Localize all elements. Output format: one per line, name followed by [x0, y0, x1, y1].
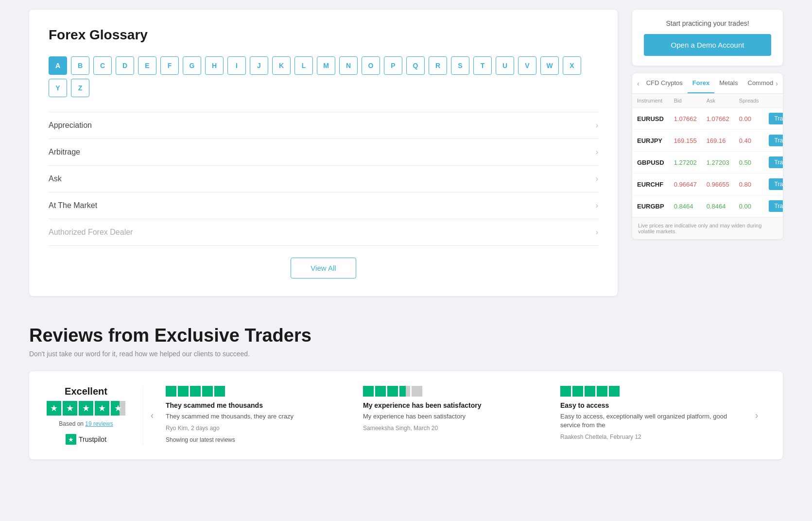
alpha-btn-r[interactable]: R: [429, 56, 447, 75]
spread-value: 0.00: [739, 203, 751, 210]
view-all-button[interactable]: View All: [291, 258, 356, 278]
reviews-container: Excellent ★★★★★ Based on 19 reviews ★ Tr…: [29, 371, 783, 459]
trading-tab-forex[interactable]: Forex: [688, 73, 714, 93]
alpha-btn-e[interactable]: E: [138, 56, 156, 75]
bid-value: 169.155: [674, 137, 697, 144]
ask-value: 1.27203: [707, 159, 729, 166]
glossary-item-text: Authorized Forex Dealer: [49, 228, 133, 237]
table-header-bid: Bid: [669, 94, 702, 108]
tabs-right-arrow[interactable]: ›: [774, 78, 780, 89]
table-row: EURJPY 169.155 169.16 0.40 Trade: [632, 130, 783, 152]
alpha-btn-x[interactable]: X: [563, 56, 581, 75]
review-star: [375, 386, 386, 397]
instrument-name: EURUSD: [637, 115, 664, 122]
trading-tabs: ‹ CFD CryptosForexMetalsCommoditiesIndic…: [632, 73, 783, 94]
alpha-btn-d[interactable]: D: [116, 56, 134, 75]
widget-footer: Live prices are indicative only and may …: [632, 217, 783, 239]
review-star-half: [399, 386, 410, 397]
table-header-: [764, 94, 783, 108]
glossary-card: Forex Glossary ABCDEFGHIJKLMNOPQRSTUVWXY…: [29, 10, 618, 296]
trade-button[interactable]: Trade: [769, 156, 783, 168]
reviews-next-arrow[interactable]: ›: [748, 386, 765, 445]
reviews-prev-arrow[interactable]: ‹: [143, 386, 161, 445]
demo-card-text: Start practicing your trades!: [644, 19, 771, 27]
spread-value: 0.40: [739, 137, 751, 144]
alpha-btn-l[interactable]: L: [294, 56, 313, 75]
alpha-btn-f[interactable]: F: [160, 56, 179, 75]
reviews-subtitle: Don't just take our word for it, read ho…: [29, 350, 783, 358]
spread-value: 0.00: [739, 115, 751, 122]
bid-value: 0.8464: [674, 203, 693, 210]
glossary-item-text: Arbitrage: [49, 148, 80, 156]
trading-tab-metals[interactable]: Metals: [714, 73, 743, 93]
reviews-title: Reviews from Exclusive Traders: [29, 325, 783, 346]
table-header-ask: Ask: [702, 94, 734, 108]
instrument-name: EURJPY: [637, 137, 662, 144]
glossary-item[interactable]: Appreciation ›: [49, 112, 598, 139]
alpha-btn-g[interactable]: G: [183, 56, 201, 75]
table-row: EURUSD 1.07662 1.07662 0.00 Trade: [632, 108, 783, 130]
glossary-item[interactable]: At The Market ›: [49, 192, 598, 219]
trading-table: InstrumentBidAskSpreads EURUSD 1.07662 1…: [632, 94, 783, 217]
alpha-btn-i[interactable]: I: [227, 56, 246, 75]
tabs-left-arrow[interactable]: ‹: [635, 78, 641, 89]
alpha-btn-v[interactable]: V: [518, 56, 536, 75]
alphabet-grid: ABCDEFGHIJKLMNOPQRSTUVWXYZ: [49, 56, 598, 97]
instrument-name: GBPUSD: [637, 159, 664, 166]
review-title: Easy to access: [560, 401, 743, 409]
review-body: My experience has been satisfactory: [363, 412, 546, 421]
alpha-btn-u[interactable]: U: [496, 56, 514, 75]
right-sidebar: Start practicing your trades! Open a Dem…: [632, 10, 783, 239]
alpha-btn-t[interactable]: T: [473, 56, 492, 75]
alpha-btn-h[interactable]: H: [205, 56, 224, 75]
trustpilot-label: Trustpilot: [79, 435, 106, 443]
glossary-title: Forex Glossary: [49, 27, 598, 43]
tp-star: ★: [95, 401, 109, 416]
trading-tab-commodities[interactable]: Commodities: [743, 73, 774, 93]
review-star-empty: [412, 386, 422, 397]
alpha-btn-w[interactable]: W: [540, 56, 559, 75]
reviewer-info: Sameeksha Singh, March 20: [363, 425, 546, 432]
alpha-btn-c[interactable]: C: [93, 56, 112, 75]
reviews-list: ‹ They scammed me thousands They scammed…: [143, 386, 765, 445]
trading-tab-cfd-cryptos[interactable]: CFD Cryptos: [641, 73, 688, 93]
table-row: GBPUSD 1.27202 1.27203 0.50 Trade: [632, 152, 783, 174]
open-demo-account-button[interactable]: Open a Demo Account: [644, 34, 771, 56]
alpha-btn-z[interactable]: Z: [71, 79, 89, 97]
ask-value: 169.16: [707, 137, 726, 144]
trustpilot-icon: ★: [66, 434, 76, 445]
alpha-btn-j[interactable]: J: [250, 56, 268, 75]
alpha-btn-a[interactable]: A: [49, 56, 67, 75]
alpha-btn-q[interactable]: Q: [406, 56, 425, 75]
alpha-btn-k[interactable]: K: [272, 56, 291, 75]
reviews-count-link[interactable]: 19 reviews: [85, 420, 113, 427]
reviews-count: Based on 19 reviews: [59, 420, 113, 427]
alpha-btn-o[interactable]: O: [362, 56, 380, 75]
review-star: [202, 386, 213, 397]
trade-button[interactable]: Trade: [769, 200, 783, 212]
showing-latest: Showing our latest reviews: [166, 436, 348, 443]
alpha-btn-y[interactable]: Y: [49, 79, 67, 97]
demo-card: Start practicing your trades! Open a Dem…: [632, 10, 783, 66]
alpha-btn-b[interactable]: B: [71, 56, 89, 75]
table-row: EURGBP 0.8464 0.8464 0.00 Trade: [632, 195, 783, 217]
reviews-section: Reviews from Exclusive Traders Don't jus…: [29, 315, 783, 469]
trade-button[interactable]: Trade: [769, 135, 783, 146]
trustpilot-stars: ★★★★★: [47, 401, 125, 416]
glossary-item[interactable]: Authorized Forex Dealer ›: [49, 219, 598, 246]
alpha-btn-m[interactable]: M: [317, 56, 335, 75]
review-stars: [166, 386, 348, 397]
trade-button[interactable]: Trade: [769, 113, 783, 124]
trade-button[interactable]: Trade: [769, 178, 783, 190]
glossary-item[interactable]: Ask ›: [49, 166, 598, 192]
trading-widget: ‹ CFD CryptosForexMetalsCommoditiesIndic…: [632, 73, 783, 239]
glossary-item[interactable]: Arbitrage ›: [49, 139, 598, 166]
review-card: Easy to access Easy to access, exception…: [560, 386, 743, 445]
review-star: [597, 386, 607, 397]
review-star: [166, 386, 176, 397]
review-star: [585, 386, 595, 397]
alpha-btn-n[interactable]: N: [339, 56, 358, 75]
review-stars: [363, 386, 546, 397]
alpha-btn-p[interactable]: P: [384, 56, 402, 75]
alpha-btn-s[interactable]: S: [451, 56, 469, 75]
